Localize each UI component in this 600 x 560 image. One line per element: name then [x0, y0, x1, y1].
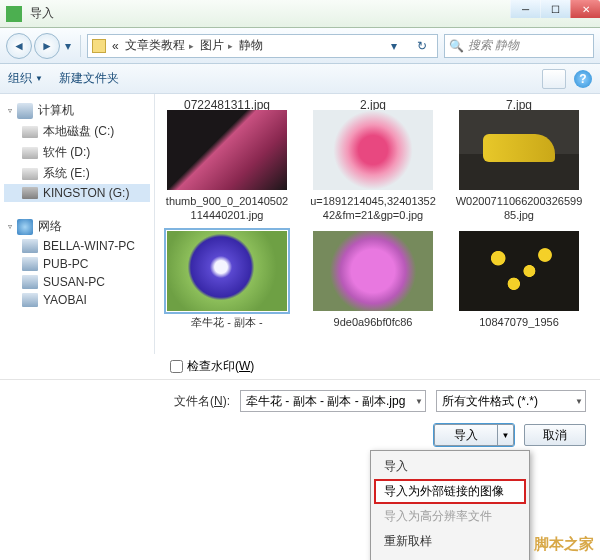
sidebar-item-pc[interactable]: SUSAN-PC: [4, 273, 150, 291]
file-caption: u=1891214045,3240135242&fm=21&gp=0.jpg: [309, 194, 437, 223]
help-button[interactable]: ?: [574, 70, 592, 88]
breadcrumb-item[interactable]: 文章类教程▸: [125, 37, 194, 54]
breadcrumb-item[interactable]: 图片▸: [200, 37, 233, 54]
sidebar-item-pc[interactable]: BELLA-WIN7-PC: [4, 237, 150, 255]
pc-icon: [22, 275, 38, 289]
nav-arrows: ◄ ► ▾: [6, 33, 74, 59]
chevron-down-icon: ▼: [575, 397, 583, 406]
new-folder-button[interactable]: 新建文件夹: [59, 70, 119, 87]
file-caption[interactable]: 2.jpg: [309, 98, 437, 110]
usb-icon: [22, 187, 38, 199]
thumbnail: [459, 231, 579, 311]
filename-row: 文件名(N): 牵牛花 - 副本 - 副本 - 副本.jpg▼ 所有文件格式 (…: [0, 379, 600, 418]
chevron-right-icon: ▸: [228, 41, 233, 51]
chevron-down-icon: ▼: [35, 74, 43, 83]
filetype-select[interactable]: 所有文件格式 (*.*)▼: [436, 390, 586, 412]
maximize-button[interactable]: ☐: [540, 0, 570, 18]
titlebar: 导入 ─ ☐ ✕: [0, 0, 600, 28]
sidebar-item-pc[interactable]: YAOBAI: [4, 291, 150, 309]
minimize-button[interactable]: ─: [510, 0, 540, 18]
disk-icon: [22, 147, 38, 159]
sidebar-computer[interactable]: ▿计算机: [4, 100, 150, 121]
menu-item-import[interactable]: 导入: [374, 454, 526, 479]
check-watermark-checkbox[interactable]: [170, 360, 183, 373]
watermark: 脚本之家: [534, 535, 594, 554]
file-item[interactable]: 9de0a96bf0fc86: [309, 231, 437, 329]
chevron-down-icon: ▼: [415, 397, 423, 406]
file-item-selected[interactable]: 牵牛花 - 副本 -: [163, 231, 291, 329]
network-icon: [17, 219, 33, 235]
organize-button[interactable]: 组织▼: [8, 70, 43, 87]
toolbar: 组织▼ 新建文件夹 ?: [0, 64, 600, 94]
pc-icon: [22, 293, 38, 307]
search-input[interactable]: 🔍 搜索 静物: [444, 34, 594, 58]
import-dropdown-menu: 导入 导入为外部链接的图像 导入为高分辨率文件 重新取样 裁剪并: [370, 450, 530, 560]
sidebar-item-pc[interactable]: PUB-PC: [4, 255, 150, 273]
file-caption: 9de0a96bf0fc86: [309, 315, 437, 329]
file-pane: 0722481311.jpg 2.jpg 7.jpg thumb_900_0_2…: [155, 94, 600, 354]
check-watermark-label: 检查水印(W): [187, 358, 254, 375]
file-item[interactable]: thumb_900_0_20140502114440201.jpg: [163, 110, 291, 223]
close-button[interactable]: ✕: [570, 0, 600, 18]
thumbnail: [167, 231, 287, 311]
sidebar: ▿计算机 本地磁盘 (C:) 软件 (D:) 系统 (E:) KINGSTON …: [0, 94, 155, 354]
forward-button[interactable]: ►: [34, 33, 60, 59]
window-buttons: ─ ☐ ✕: [510, 0, 600, 18]
file-caption: thumb_900_0_20140502114440201.jpg: [163, 194, 291, 223]
main: ▿计算机 本地磁盘 (C:) 软件 (D:) 系统 (E:) KINGSTON …: [0, 94, 600, 354]
file-caption: 牵牛花 - 副本 -: [163, 315, 291, 329]
options-row: 检查水印(W): [0, 354, 600, 379]
pc-icon: [22, 257, 38, 271]
pc-icon: [22, 239, 38, 253]
menu-item-crop[interactable]: 裁剪并: [374, 554, 526, 560]
chevron-right-icon: ▸: [189, 41, 194, 51]
filename-label: 文件名(N):: [174, 393, 230, 410]
file-caption[interactable]: 0722481311.jpg: [163, 98, 291, 110]
menu-item-resample[interactable]: 重新取样: [374, 529, 526, 554]
search-icon: 🔍: [449, 39, 464, 53]
nav-history-dropdown[interactable]: ▾: [62, 36, 74, 56]
view-options-button[interactable]: [542, 69, 566, 89]
sidebar-item-kingston[interactable]: KINGSTON (G:): [4, 184, 150, 202]
disk-icon: [22, 168, 38, 180]
menu-item-import-highres: 导入为高分辨率文件: [374, 504, 526, 529]
file-caption: 10847079_1956: [455, 315, 583, 329]
file-caption: W020071106620032659985.jpg: [455, 194, 583, 223]
navbar: ◄ ► ▾ « 文章类教程▸ 图片▸ 静物 ▾ ↻ 🔍 搜索 静物: [0, 28, 600, 64]
folder-icon: [92, 39, 106, 53]
sidebar-network[interactable]: ▿网络: [4, 216, 150, 237]
sidebar-item-disk-e[interactable]: 系统 (E:): [4, 163, 150, 184]
back-button[interactable]: ◄: [6, 33, 32, 59]
menu-item-import-external-link[interactable]: 导入为外部链接的图像: [374, 479, 526, 504]
thumbnail: [313, 110, 433, 190]
thumbnail: [459, 110, 579, 190]
app-icon: [6, 6, 22, 22]
partial-row: 0722481311.jpg 2.jpg 7.jpg: [163, 98, 592, 110]
separator: [80, 35, 81, 57]
computer-icon: [17, 103, 33, 119]
sidebar-item-disk-d[interactable]: 软件 (D:): [4, 142, 150, 163]
filename-input[interactable]: 牵牛花 - 副本 - 副本 - 副本.jpg▼: [240, 390, 426, 412]
thumbnail: [167, 110, 287, 190]
refresh-icon[interactable]: ↻: [411, 39, 433, 53]
refresh-dropdown-icon[interactable]: ▾: [383, 39, 405, 53]
file-caption[interactable]: 7.jpg: [455, 98, 583, 110]
disk-icon: [22, 126, 38, 138]
search-placeholder: 搜索 静物: [468, 37, 519, 54]
import-button[interactable]: 导入 ▼: [434, 424, 514, 446]
breadcrumb-start: «: [112, 39, 119, 53]
breadcrumb-item[interactable]: 静物: [239, 37, 263, 54]
chevron-down-icon: ▿: [8, 106, 12, 115]
file-item[interactable]: u=1891214045,3240135242&fm=21&gp=0.jpg: [309, 110, 437, 223]
import-dropdown-toggle[interactable]: ▼: [497, 425, 513, 445]
address-bar[interactable]: « 文章类教程▸ 图片▸ 静物 ▾ ↻: [87, 34, 438, 58]
file-item[interactable]: 10847079_1956: [455, 231, 583, 329]
file-item[interactable]: W020071106620032659985.jpg: [455, 110, 583, 223]
thumbnail: [313, 231, 433, 311]
chevron-down-icon: ▿: [8, 222, 12, 231]
window-title: 导入: [30, 5, 54, 22]
sidebar-item-disk-c[interactable]: 本地磁盘 (C:): [4, 121, 150, 142]
cancel-button[interactable]: 取消: [524, 424, 586, 446]
